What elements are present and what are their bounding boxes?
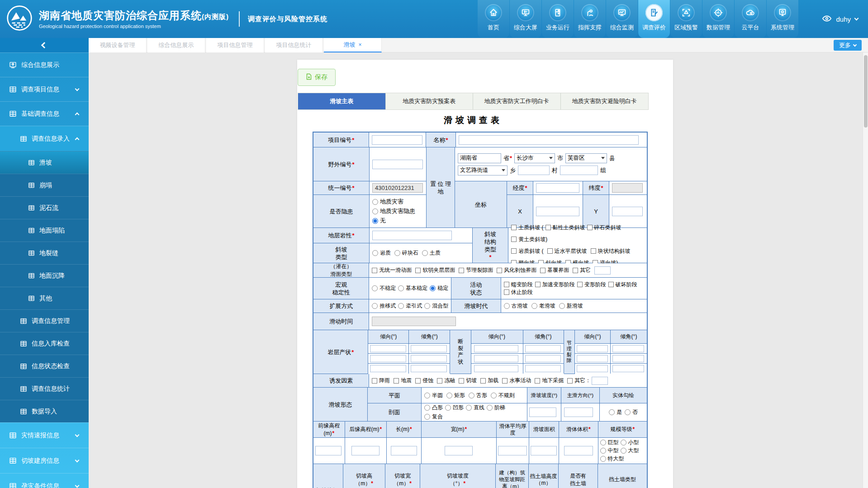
tab-project-info-statistics[interactable]: 项目信息统计 bbox=[265, 38, 323, 52]
radio-option[interactable]: 直线 bbox=[466, 404, 484, 412]
sidebar-item-info-storage-check[interactable]: 信息入库检查 bbox=[0, 332, 89, 355]
radio-option[interactable]: 基本稳定 bbox=[398, 284, 427, 292]
sidebar-item-survey-project-info[interactable]: 调查项目信息 bbox=[0, 77, 89, 101]
nav-cloud-platform[interactable]: 云平台 bbox=[735, 0, 766, 38]
close-tab-icon[interactable]: × bbox=[358, 42, 361, 48]
more-button[interactable]: 更多 bbox=[834, 40, 862, 51]
unified-no-input[interactable]: 430102012231 bbox=[372, 183, 423, 193]
avg-thickness-input[interactable] bbox=[498, 446, 527, 455]
radio-option[interactable]: 凹形 bbox=[445, 404, 464, 412]
y-input[interactable] bbox=[612, 207, 643, 216]
sidebar-item-data-import[interactable]: 数据导入 bbox=[0, 400, 89, 422]
tab-project-info-management[interactable]: 项目信息管理 bbox=[206, 38, 264, 52]
checkbox-option[interactable]: 降雨 bbox=[372, 377, 390, 384]
sidebar-item-collapse-hazard[interactable]: 崩塌 bbox=[0, 174, 89, 196]
hazard-option[interactable]: 地质灾害 bbox=[372, 198, 415, 206]
joint-angle-input[interactable] bbox=[612, 345, 644, 352]
radio-option[interactable]: 推移式 bbox=[372, 302, 396, 310]
checkbox-option[interactable]: 黏性土类斜坡 bbox=[545, 222, 585, 233]
sidebar-item-ground-subsidence[interactable]: 地面沉降 bbox=[0, 264, 89, 287]
checkbox-option[interactable]: 加载 bbox=[480, 377, 498, 384]
radio-option[interactable]: 否 bbox=[625, 408, 638, 416]
radio-option[interactable]: 老滑坡 bbox=[531, 302, 555, 310]
sidebar-item-ground-fissure[interactable]: 地裂缝 bbox=[0, 242, 89, 264]
radio-option[interactable]: 凸形 bbox=[424, 404, 443, 412]
radio-option[interactable]: 小型 bbox=[621, 439, 639, 446]
slope-degree-input[interactable] bbox=[529, 407, 556, 417]
radio-option[interactable]: 是 bbox=[609, 408, 622, 416]
checkbox-option[interactable]: 无统一滑动面 bbox=[372, 266, 412, 274]
village-input[interactable] bbox=[518, 166, 550, 175]
bedding-angle-input[interactable] bbox=[411, 355, 447, 362]
checkbox-option[interactable]: 基覆界面 bbox=[540, 266, 569, 274]
bedding-angle-input[interactable] bbox=[411, 365, 447, 372]
town-select[interactable]: 文艺路街道 bbox=[458, 166, 508, 175]
hazard-option[interactable]: 地质灾害隐患 bbox=[372, 207, 415, 215]
sidebar-collapse-button[interactable] bbox=[0, 38, 89, 52]
radio-option[interactable]: 岩质 bbox=[372, 249, 391, 257]
checkbox-option[interactable]: 侵蚀 bbox=[415, 377, 433, 384]
sidebar-item-survey-info-management[interactable]: 调查信息管理 bbox=[0, 309, 89, 332]
form-tab-avoidance-card[interactable]: 地质灾害防灾避险明白卡 bbox=[561, 93, 649, 109]
project-no-input[interactable] bbox=[372, 135, 422, 145]
length-input[interactable] bbox=[391, 446, 417, 455]
joint-angle-input[interactable] bbox=[612, 365, 644, 372]
radio-option[interactable]: 不规则 bbox=[491, 392, 515, 399]
bedding-dip-input[interactable] bbox=[370, 355, 406, 362]
x-input[interactable] bbox=[536, 207, 579, 216]
radio-option[interactable]: 新滑坡 bbox=[559, 302, 583, 310]
trigger-other-input[interactable] bbox=[592, 377, 608, 385]
form-tab-work-card[interactable]: 地质灾害防灾工作明白卡 bbox=[473, 93, 561, 109]
bedding-dip-input[interactable] bbox=[370, 345, 406, 352]
sidebar-item-comprehensive-info[interactable]: 综合信息展示 bbox=[0, 52, 89, 77]
radio-option[interactable]: 牵引式 bbox=[398, 302, 422, 310]
checkbox-option[interactable]: 变形阶段 bbox=[577, 281, 606, 289]
checkbox-option[interactable]: 节理裂隙面 bbox=[459, 266, 493, 274]
checkbox-option[interactable]: 休止阶段 bbox=[504, 289, 533, 296]
name-input[interactable] bbox=[459, 135, 639, 145]
checkbox-option[interactable]: 地下采掘 bbox=[535, 377, 564, 384]
sidebar-item-survey-info-statistics[interactable]: 调查信息统计 bbox=[0, 377, 89, 400]
field-no-input[interactable] bbox=[372, 160, 423, 169]
vertical-scrollbar[interactable] bbox=[863, 52, 868, 488]
city-select[interactable]: 长沙市 bbox=[514, 153, 555, 163]
nav-region-warning[interactable]: 区域预警 bbox=[670, 0, 702, 38]
radio-option[interactable]: 巨型 bbox=[600, 439, 619, 446]
fault-dip-input[interactable] bbox=[474, 355, 518, 362]
user-menu[interactable]: duhy bbox=[822, 0, 858, 38]
radio-option[interactable]: 碎块石 bbox=[394, 249, 418, 257]
fault-dip-input[interactable] bbox=[474, 345, 518, 352]
sidebar-item-slope-cut-housing-info[interactable]: 切坡建房信息 bbox=[0, 448, 89, 473]
fault-angle-input[interactable] bbox=[525, 355, 561, 362]
lithology-input[interactable] bbox=[372, 231, 452, 240]
fault-angle-input[interactable] bbox=[525, 365, 561, 372]
radio-option[interactable]: 特大型 bbox=[600, 455, 624, 463]
checkbox-option[interactable]: 碎石类斜坡 bbox=[587, 222, 621, 233]
checkbox-option[interactable]: 风化剥蚀界面 bbox=[497, 266, 536, 274]
width-input[interactable] bbox=[445, 446, 473, 455]
radio-option[interactable]: 土质 bbox=[422, 249, 441, 257]
sidebar-item-survey-info-entry[interactable]: 调查信息录入 bbox=[0, 126, 89, 151]
nav-big-screen[interactable]: 综合大屏 bbox=[510, 0, 541, 38]
checkbox-option[interactable]: 切坡 bbox=[459, 377, 477, 384]
area-input[interactable] bbox=[531, 446, 557, 455]
tab-video-device-management[interactable]: 视频设备管理 bbox=[89, 38, 147, 52]
fault-dip-input[interactable] bbox=[474, 365, 518, 372]
rear-elev-input[interactable] bbox=[351, 446, 379, 455]
hazard-option-selected[interactable]: 无 bbox=[372, 217, 415, 225]
sidebar-item-landslide[interactable]: 滑坡 bbox=[0, 151, 89, 174]
checkbox-option[interactable]: 土质斜坡 ( bbox=[511, 222, 543, 233]
checkbox-option[interactable]: 加速变形阶段 bbox=[535, 281, 575, 289]
form-tab-prevention-plan[interactable]: 地质灾害防灾预案表 bbox=[386, 93, 474, 109]
sidebar-item-info-status-check[interactable]: 信息状态检查 bbox=[0, 355, 89, 377]
sidebar-item-ground-collapse[interactable]: 地面塌陷 bbox=[0, 219, 89, 242]
radio-option[interactable]: 古滑坡 bbox=[504, 302, 528, 310]
joint-dip-input[interactable] bbox=[577, 345, 608, 352]
nav-data-management[interactable]: 数据管理 bbox=[702, 0, 734, 38]
nav-survey-evaluation[interactable]: 调查评价 bbox=[638, 0, 670, 38]
checkbox-option[interactable]: 黄土类斜坡) bbox=[511, 234, 547, 245]
volume-input[interactable] bbox=[564, 446, 593, 455]
checkbox-option[interactable]: 其它 bbox=[573, 266, 591, 274]
nav-business-run[interactable]: 业务运行 bbox=[542, 0, 574, 38]
nav-command-support[interactable]: 指挥支撑 bbox=[574, 0, 606, 38]
